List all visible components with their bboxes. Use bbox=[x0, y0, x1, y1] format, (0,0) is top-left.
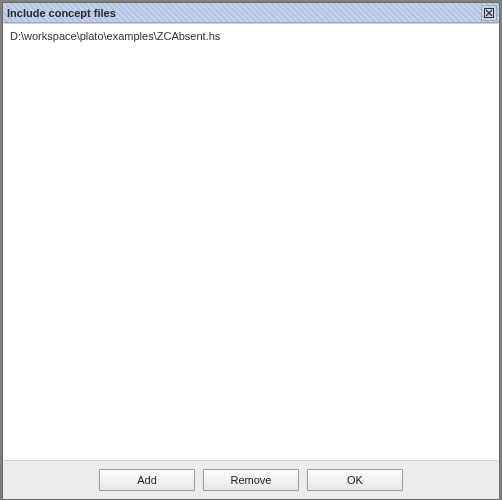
dialog-window: Include concept files D:\workspace\plato… bbox=[2, 2, 500, 500]
close-button[interactable] bbox=[481, 5, 497, 21]
titlebar: Include concept files bbox=[3, 3, 499, 23]
close-icon bbox=[484, 4, 494, 22]
remove-button[interactable]: Remove bbox=[203, 469, 299, 491]
dialog-title: Include concept files bbox=[7, 7, 481, 19]
list-item[interactable]: D:\workspace\plato\examples\ZCAbsent.hs bbox=[10, 28, 492, 44]
button-bar: Add Remove OK bbox=[3, 461, 499, 499]
file-list[interactable]: D:\workspace\plato\examples\ZCAbsent.hs bbox=[4, 23, 498, 461]
add-button[interactable]: Add bbox=[99, 469, 195, 491]
ok-button[interactable]: OK bbox=[307, 469, 403, 491]
dialog-content: D:\workspace\plato\examples\ZCAbsent.hs … bbox=[3, 23, 499, 499]
